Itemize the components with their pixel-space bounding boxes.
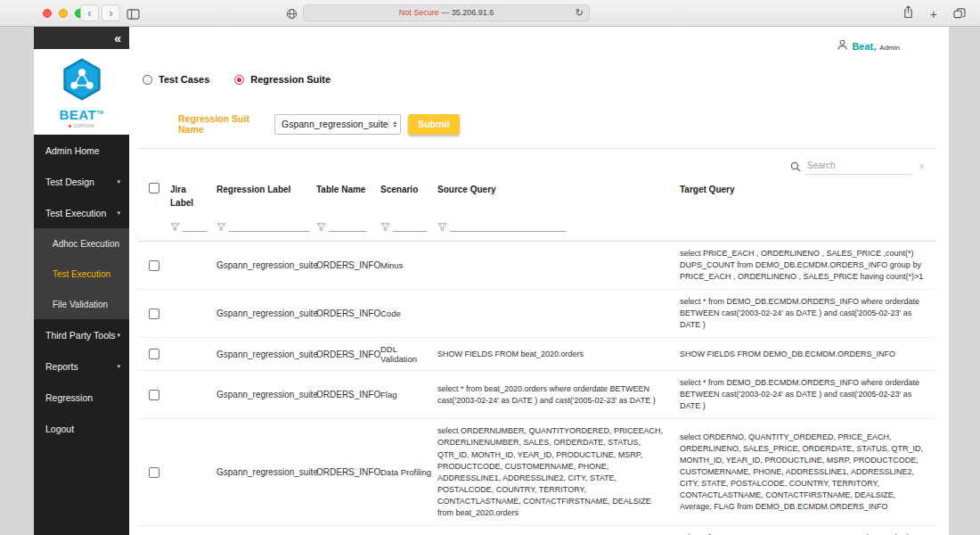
- cell-regression-label: Gspann_regression_suite: [216, 350, 316, 359]
- user-icon: [837, 38, 848, 54]
- sidebar-item-test-design[interactable]: Test Design▾: [34, 166, 129, 197]
- cell-target-query: select * from DEMO_DB.ECMDM.ORDERS_INFO …: [680, 296, 935, 331]
- sidebar-item-label: Regression: [45, 392, 93, 403]
- table-body: Gspann_regression_suiteORDERS_INFOMinuss…: [138, 242, 935, 535]
- row-checkbox[interactable]: [149, 467, 159, 478]
- row-select-cell: [138, 349, 170, 359]
- submit-button[interactable]: Submit: [408, 114, 460, 135]
- logo-subtext-label: GSPANN: [73, 123, 94, 128]
- cell-scenario: Code: [380, 309, 437, 318]
- chevron-down-icon: ▾: [117, 363, 120, 370]
- cell-target-query: select * from DEMO_DB.ECMDM.ORDERS_INFO …: [680, 377, 935, 412]
- sidebar-toggle-icon[interactable]: [127, 7, 140, 23]
- sidebar-item-label: Test Execution: [45, 208, 106, 218]
- logo-subtext: GSPANN: [69, 123, 94, 128]
- sidebar-item-third-party-tools[interactable]: Third Party Tools▾: [34, 319, 129, 350]
- security-label: Not Secure: [399, 8, 439, 17]
- cell-scenario: DDL Validation: [380, 344, 437, 364]
- table-row: Gspann_regression_suiteORDERS_INFOMinuss…: [138, 242, 935, 290]
- beat-hexagon-logo-icon: [60, 57, 104, 105]
- cell-regression-label: Gspann_regression_suite: [216, 390, 316, 399]
- sidebar-item-logout[interactable]: Logout: [34, 413, 129, 444]
- reload-icon[interactable]: ↻: [576, 5, 584, 21]
- radio-label: Test Cases: [159, 74, 209, 85]
- select-all-checkbox[interactable]: [149, 183, 159, 193]
- chevron-down-icon: ▾: [117, 332, 120, 339]
- suite-name-label: Regression Suit Name: [178, 113, 274, 135]
- sidebar-item-regression[interactable]: Regression: [34, 382, 129, 413]
- user-name: Beat,: [852, 41, 876, 52]
- filter-source-query[interactable]: [437, 222, 667, 232]
- share-icon[interactable]: [902, 5, 914, 22]
- radio-test-cases[interactable]: Test Cases: [143, 74, 209, 85]
- filter-regression-label[interactable]: [216, 222, 309, 232]
- sidebar-item-admin-home[interactable]: Admin Home: [34, 135, 129, 166]
- cell-source-query: select ORDERNUMBER, QUANTITYORDERED, PRI…: [437, 425, 680, 518]
- row-select-cell: [138, 309, 170, 319]
- filter-input-underline[interactable]: [183, 223, 208, 232]
- row-checkbox[interactable]: [149, 260, 159, 271]
- sidebar-subitem-file-validation[interactable]: File Validation: [34, 289, 129, 319]
- logo-text: BEAT: [60, 107, 97, 122]
- browser-chrome: ‹ › Not Secure — 35.206.91.6 ↻ +: [0, 0, 980, 27]
- col-header-table-name: Table Name: [316, 183, 380, 210]
- filter-scenario[interactable]: [380, 222, 434, 232]
- filter-jira[interactable]: [170, 222, 209, 232]
- sidebar-header: «: [34, 27, 129, 49]
- radio-label: Regression Suite: [250, 74, 331, 85]
- cell-scenario: Flag: [380, 390, 437, 399]
- address-bar[interactable]: Not Secure — 35.206.91.6 ↻: [303, 4, 590, 21]
- user-chip[interactable]: Beat, Admin: [837, 38, 900, 54]
- search-input[interactable]: [805, 159, 911, 175]
- row-checkbox[interactable]: [149, 349, 159, 359]
- forward-button[interactable]: ›: [102, 4, 120, 21]
- cell-regression-label: Gspann_regression_suite: [216, 467, 316, 477]
- cell-table-name: ORDERS_INFO: [316, 350, 380, 359]
- row-select-cell: [138, 467, 170, 478]
- col-header-jira-label: Jira Label: [170, 183, 216, 210]
- collapse-sidebar-icon[interactable]: «: [114, 31, 121, 45]
- table-row: Gspann_regression_suiteORDERS_INFOData P…: [138, 419, 935, 525]
- suite-select[interactable]: Gspann_regression_suite ▲▼: [274, 114, 401, 135]
- back-button[interactable]: ‹: [80, 4, 99, 21]
- filter-funnel-icon: [437, 222, 447, 232]
- suite-select-value: Gspann_regression_suite: [282, 119, 388, 129]
- minimize-window-button[interactable]: [59, 9, 68, 18]
- cell-table-name: ORDERS_INFO: [316, 309, 380, 318]
- test-execution-submenu: Adhoc Execution Test Execution File Vali…: [34, 228, 129, 319]
- cell-source-query: SHOW FIELDS FROM beat_2020.orders: [437, 349, 680, 360]
- table-filter-row: [138, 213, 935, 242]
- filter-funnel-icon: [316, 222, 326, 232]
- row-checkbox[interactable]: [149, 390, 159, 400]
- sidebar-item-test-execution[interactable]: Test Execution▾: [34, 197, 129, 228]
- sidebar-item-label: Reports: [45, 361, 78, 372]
- logo-trademark: TM: [96, 110, 103, 115]
- cell-table-name: ORDERS_INFO: [316, 390, 380, 399]
- cell-source-query: select * from beat_2020.orders where ord…: [437, 383, 680, 407]
- row-select-cell: [138, 390, 170, 400]
- cell-target-query: SHOW FIELDS FROM DEMO_DB.ECMDM.ORDERS_IN…: [680, 349, 935, 360]
- filter-input-underline[interactable]: [393, 223, 427, 232]
- sidebar-subitem-adhoc-execution[interactable]: Adhoc Execution: [34, 228, 129, 259]
- cell-scenario: Data Profiling: [380, 467, 437, 477]
- app-logo: BEATTM GSPANN: [34, 49, 129, 135]
- filter-table-name[interactable]: [316, 222, 373, 232]
- filter-input-underline[interactable]: [229, 223, 309, 232]
- cell-table-name: ORDERS_INFO: [316, 467, 380, 477]
- sidebar-item-reports[interactable]: Reports▾: [34, 350, 129, 382]
- search-box: ×: [790, 159, 925, 175]
- close-window-button[interactable]: [43, 9, 52, 18]
- filter-input-underline[interactable]: [329, 223, 366, 232]
- clear-search-icon[interactable]: ×: [919, 160, 925, 175]
- sidebar-subitem-test-execution[interactable]: Test Execution: [34, 259, 129, 289]
- row-checkbox[interactable]: [149, 309, 159, 319]
- filter-input-underline[interactable]: [450, 223, 566, 232]
- new-tab-icon[interactable]: +: [930, 8, 937, 21]
- radio-button-icon[interactable]: [143, 75, 152, 85]
- window-controls: [43, 9, 84, 18]
- sidebar-item-label: Test Design: [45, 177, 94, 187]
- radio-button-selected-icon[interactable]: [234, 75, 244, 85]
- tab-overview-icon[interactable]: [953, 6, 966, 22]
- table-row: Gspann_regression_suiteORDERS_INFOFlagse…: [138, 371, 935, 419]
- radio-regression-suite[interactable]: Regression Suite: [234, 74, 331, 85]
